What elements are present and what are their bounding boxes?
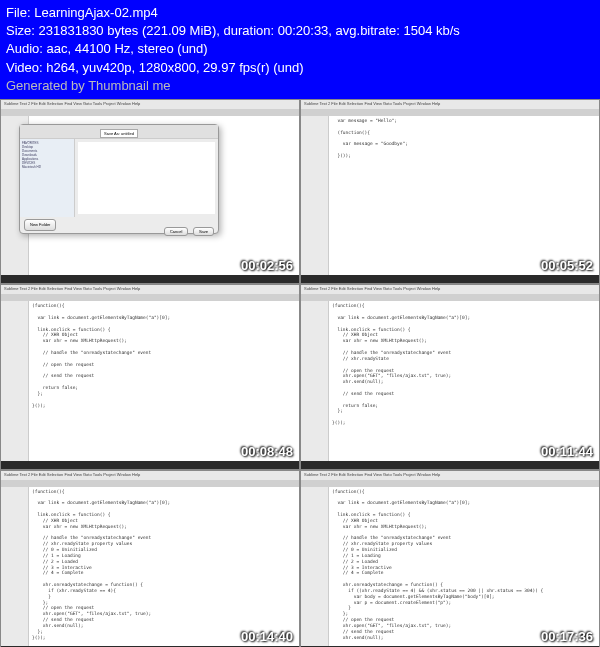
file-name: LearningAjax-02.mp4 xyxy=(34,5,158,20)
saveas-field[interactable]: Save As: untitled xyxy=(100,129,138,138)
thumbnail-3: Sublime Text 2 File Edit Selection Find … xyxy=(0,284,300,469)
file-size: 231831830 bytes (221.09 MiB), duration: … xyxy=(39,23,460,38)
save-button[interactable]: Save xyxy=(193,227,214,236)
timestamp: 00:05:52 xyxy=(541,258,593,273)
menubar: Sublime Text 2 File Edit Selection Find … xyxy=(1,285,299,294)
cancel-button[interactable]: Cancel xyxy=(164,227,188,236)
thumbnail-4: Sublime Text 2 File Edit Selection Find … xyxy=(300,284,600,469)
menubar: Sublime Text 2 File Edit Selection Find … xyxy=(1,100,299,109)
code-editor[interactable]: (function(){ var link = document.getElem… xyxy=(329,487,599,646)
dialog-sidebar: FAVORITESDesktopDocumentsDownloadsApplic… xyxy=(20,139,75,217)
sidebar xyxy=(301,116,329,275)
info-header: File: LearningAjax-02.mp4 Size: 23183183… xyxy=(0,0,600,99)
thumbnail-5: Sublime Text 2 File Edit Selection Find … xyxy=(0,470,300,647)
tabbar xyxy=(1,294,299,301)
timestamp: 00:11:44 xyxy=(541,444,593,459)
menubar: Sublime Text 2 File Edit Selection Find … xyxy=(301,471,599,480)
menubar: Sublime Text 2 File Edit Selection Find … xyxy=(301,100,599,109)
video-info: h264, yuv420p, 1280x800, 29.97 fps(r) (u… xyxy=(46,60,303,75)
statusbar xyxy=(1,461,299,469)
menubar: Sublime Text 2 File Edit Selection Find … xyxy=(301,285,599,294)
sidebar xyxy=(301,301,329,460)
dialog-filelist[interactable] xyxy=(78,142,215,214)
statusbar xyxy=(301,461,599,469)
statusbar xyxy=(1,275,299,283)
sidebar xyxy=(301,487,329,646)
thumbnail-6: Sublime Text 2 File Edit Selection Find … xyxy=(300,470,600,647)
thumbnail-2: Sublime Text 2 File Edit Selection Find … xyxy=(300,99,600,284)
tabbar xyxy=(301,294,599,301)
audio-info: aac, 44100 Hz, stereo (und) xyxy=(47,41,208,56)
sidebar xyxy=(1,301,29,460)
save-dialog: Save As: untitled FAVORITESDesktopDocume… xyxy=(19,124,219,234)
timestamp: 00:17:36 xyxy=(541,629,593,644)
menubar: Sublime Text 2 File Edit Selection Find … xyxy=(1,471,299,480)
tabbar xyxy=(1,480,299,487)
new-folder-button[interactable]: New Folder xyxy=(24,219,56,231)
timestamp: 00:08:48 xyxy=(241,444,293,459)
sidebar xyxy=(1,487,29,646)
tabbar xyxy=(301,109,599,116)
statusbar xyxy=(301,275,599,283)
generated-by: Generated by Thumbnail me xyxy=(6,77,594,95)
code-editor[interactable]: var message = "Hello"; (function(){ var … xyxy=(329,116,599,275)
tabbar xyxy=(1,109,299,116)
tabbar xyxy=(301,480,599,487)
thumbnail-1: Sublime Text 2 File Edit Selection Find … xyxy=(0,99,300,284)
code-editor[interactable]: (function(){ var link = document.getElem… xyxy=(29,301,299,460)
thumbnail-grid: Sublime Text 2 File Edit Selection Find … xyxy=(0,99,600,647)
timestamp: 00:14:40 xyxy=(241,629,293,644)
code-editor[interactable]: (function(){ var link = document.getElem… xyxy=(29,487,299,646)
timestamp: 00:02:56 xyxy=(241,258,293,273)
code-editor[interactable]: (function(){ var link = document.getElem… xyxy=(329,301,599,460)
